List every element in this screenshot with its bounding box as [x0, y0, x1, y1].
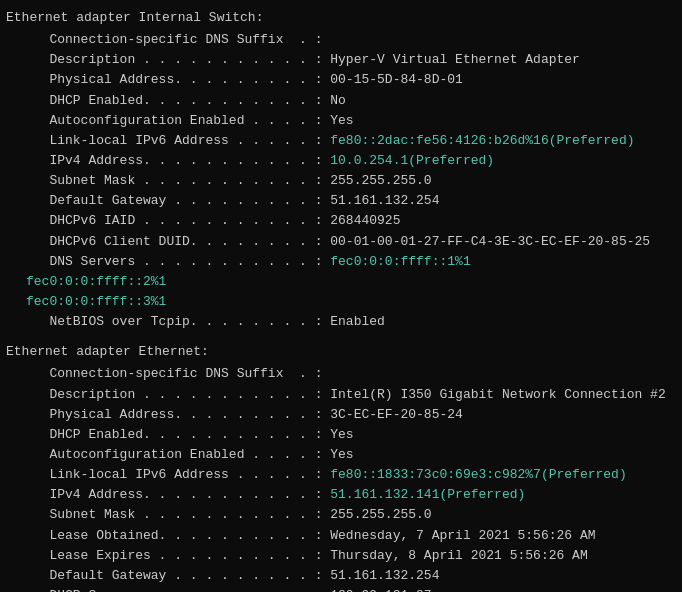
row-label: Default Gateway . . . . . . . . . : [26, 191, 322, 211]
row-value: fe80::1833:73c0:69e3:c982%7(Preferred) [322, 465, 626, 485]
terminal-output: Ethernet adapter Internal Switch: Connec… [6, 8, 676, 592]
section-body-internal-switch: Connection-specific DNS Suffix . : Descr… [6, 30, 676, 332]
row-label: IPv4 Address. . . . . . . . . . . : [26, 485, 322, 505]
row-value: 00-01-00-01-27-FF-C4-3E-3C-EC-EF-20-85-2… [322, 232, 650, 252]
table-row: Default Gateway . . . . . . . . . : 51.1… [26, 191, 676, 211]
row-value: 139.99.131.87 [322, 586, 431, 592]
row-label: DHCP Enabled. . . . . . . . . . . : [26, 91, 322, 111]
table-row: Lease Expires . . . . . . . . . . : Thur… [26, 546, 676, 566]
row-label: NetBIOS over Tcpip. . . . . . . . : [26, 312, 322, 332]
row-label: DHCPv6 IAID . . . . . . . . . . . : [26, 211, 322, 231]
table-row: Default Gateway . . . . . . . . . : 51.1… [26, 566, 676, 586]
row-value: No [322, 91, 345, 111]
row-value: 255.255.255.0 [322, 505, 431, 525]
row-label: Subnet Mask . . . . . . . . . . . : [26, 171, 322, 191]
row-value: Thursday, 8 April 2021 5:56:26 AM [322, 546, 587, 566]
table-row: Physical Address. . . . . . . . . : 3C-E… [26, 405, 676, 425]
row-label: Description . . . . . . . . . . . : [26, 50, 322, 70]
table-row: DHCP Enabled. . . . . . . . . . . : No [26, 91, 676, 111]
table-row: IPv4 Address. . . . . . . . . . . : 51.1… [26, 485, 676, 505]
row-label: Subnet Mask . . . . . . . . . . . : [26, 505, 322, 525]
row-label: Lease Obtained. . . . . . . . . . : [26, 526, 322, 546]
row-value: 268440925 [322, 211, 400, 231]
table-row: Connection-specific DNS Suffix . : [26, 30, 676, 50]
row-label: DHCP Server . . . . . . . . . . . : [26, 586, 322, 592]
table-row: Subnet Mask . . . . . . . . . . . : 255.… [26, 171, 676, 191]
section-header-internal-switch: Ethernet adapter Internal Switch: [6, 8, 676, 28]
table-row: Lease Obtained. . . . . . . . . . : Wedn… [26, 526, 676, 546]
row-label: Autoconfiguration Enabled . . . . : [26, 111, 322, 131]
row-label: Description . . . . . . . . . . . : [26, 385, 322, 405]
row-label: Lease Expires . . . . . . . . . . : [26, 546, 322, 566]
table-row: DHCPv6 Client DUID. . . . . . . . : 00-0… [26, 232, 676, 252]
row-value: fe80::2dac:fe56:4126:b26d%16(Preferred) [322, 131, 634, 151]
row-label: Link-local IPv6 Address . . . . . : [26, 465, 322, 485]
row-value: 51.161.132.254 [322, 566, 439, 586]
row-value: fec0:0:0:ffff::1%1 [322, 252, 470, 272]
table-row: Subnet Mask . . . . . . . . . . . : 255.… [26, 505, 676, 525]
row-label: Physical Address. . . . . . . . . : [26, 70, 322, 90]
row-value: 51.161.132.254 [322, 191, 439, 211]
table-row: Description . . . . . . . . . . . : Hype… [26, 50, 676, 70]
table-row: Connection-specific DNS Suffix . : [26, 364, 676, 384]
table-row: Link-local IPv6 Address . . . . . : fe80… [26, 465, 676, 485]
table-row: DHCPv6 IAID . . . . . . . . . . . : 2684… [26, 211, 676, 231]
row-label: DHCPv6 Client DUID. . . . . . . . : [26, 232, 322, 252]
row-label: Connection-specific DNS Suffix . : [26, 30, 322, 50]
row-label: Link-local IPv6 Address . . . . . : [26, 131, 322, 151]
row-value: Intel(R) I350 Gigabit Network Connection… [322, 385, 665, 405]
row-value: 3C-EC-EF-20-85-24 [322, 405, 462, 425]
table-row: Autoconfiguration Enabled . . . . : Yes [26, 111, 676, 131]
table-row: Link-local IPv6 Address . . . . . : fe80… [26, 131, 676, 151]
row-value: Enabled [322, 312, 384, 332]
row-value: 10.0.254.1(Preferred) [322, 151, 494, 171]
row-value: Yes [322, 425, 353, 445]
row-label: DNS Servers . . . . . . . . . . . : [26, 252, 322, 272]
table-row: Physical Address. . . . . . . . . : 00-1… [26, 70, 676, 90]
row-label: Connection-specific DNS Suffix . : [26, 364, 322, 384]
section-header-ethernet: Ethernet adapter Ethernet: [6, 342, 676, 362]
row-value: 51.161.132.141(Preferred) [322, 485, 525, 505]
row-label: DHCP Enabled. . . . . . . . . . . : [26, 425, 322, 445]
row-label: IPv4 Address. . . . . . . . . . . : [26, 151, 322, 171]
table-row: Description . . . . . . . . . . . : Inte… [26, 385, 676, 405]
row-value: 00-15-5D-84-8D-01 [322, 70, 462, 90]
row-extra-value: fec0:0:0:ffff::2%1 [26, 272, 676, 292]
table-row: NetBIOS over Tcpip. . . . . . . . : Enab… [26, 312, 676, 332]
section-body-ethernet: Connection-specific DNS Suffix . : Descr… [6, 364, 676, 592]
row-extra-value: fec0:0:0:ffff::3%1 [26, 292, 676, 312]
table-row: DNS Servers . . . . . . . . . . . : fec0… [26, 252, 676, 272]
table-row: DHCP Server . . . . . . . . . . . : 139.… [26, 586, 676, 592]
table-row: Autoconfiguration Enabled . . . . : Yes [26, 445, 676, 465]
row-value: Yes [322, 111, 353, 131]
row-value: Yes [322, 445, 353, 465]
row-value: Hyper-V Virtual Ethernet Adapter [322, 50, 579, 70]
row-label: Default Gateway . . . . . . . . . : [26, 566, 322, 586]
row-label: Physical Address. . . . . . . . . : [26, 405, 322, 425]
row-label: Autoconfiguration Enabled . . . . : [26, 445, 322, 465]
table-row: DHCP Enabled. . . . . . . . . . . : Yes [26, 425, 676, 445]
table-row: IPv4 Address. . . . . . . . . . . : 10.0… [26, 151, 676, 171]
row-value: Wednesday, 7 April 2021 5:56:26 AM [322, 526, 595, 546]
row-value: 255.255.255.0 [322, 171, 431, 191]
